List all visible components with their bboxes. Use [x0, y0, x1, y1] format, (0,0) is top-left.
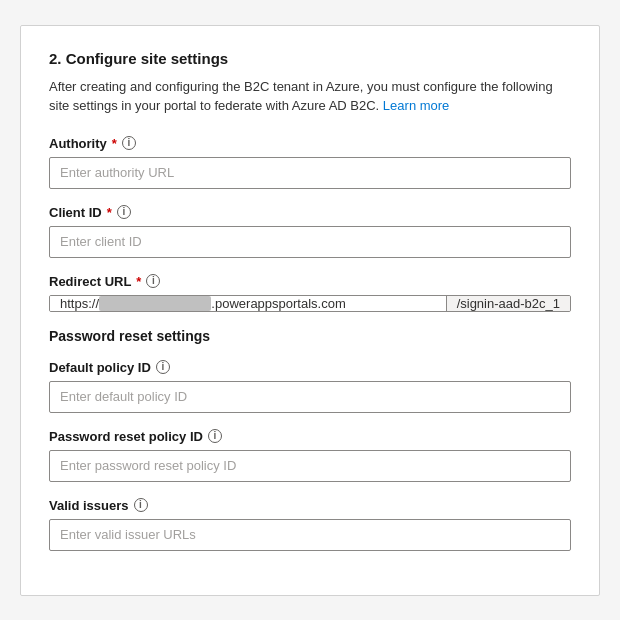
password-reset-policy-input[interactable]	[49, 450, 571, 482]
client-id-info-icon[interactable]: i	[117, 205, 131, 219]
redirect-url-suffix-label: /signin-aad-b2c_1	[446, 296, 570, 311]
password-reset-section-title: Password reset settings	[49, 328, 571, 344]
password-reset-policy-field-group: Password reset policy ID i	[49, 429, 571, 482]
redirect-url-required: *	[136, 274, 141, 289]
client-id-required: *	[107, 205, 112, 220]
default-policy-info-icon[interactable]: i	[156, 360, 170, 374]
default-policy-field-group: Default policy ID i	[49, 360, 571, 413]
password-reset-policy-info-icon[interactable]: i	[208, 429, 222, 443]
client-id-label: Client ID * i	[49, 205, 571, 220]
password-reset-policy-label: Password reset policy ID i	[49, 429, 571, 444]
authority-field-group: Authority * i	[49, 136, 571, 189]
default-policy-input[interactable]	[49, 381, 571, 413]
configure-site-settings-card: 2. Configure site settings After creatin…	[20, 25, 600, 596]
valid-issuers-field-group: Valid issuers i	[49, 498, 571, 551]
redirect-url-display: https://███████████.powerappsportals.com	[50, 296, 446, 311]
authority-info-icon[interactable]: i	[122, 136, 136, 150]
section-title: 2. Configure site settings	[49, 50, 571, 67]
redirect-url-wrapper: https://███████████.powerappsportals.com…	[49, 295, 571, 312]
authority-required: *	[112, 136, 117, 151]
redirect-url-label: Redirect URL * i	[49, 274, 571, 289]
redirect-url-field-group: Redirect URL * i https://███████████.pow…	[49, 274, 571, 312]
valid-issuers-input[interactable]	[49, 519, 571, 551]
client-id-field-group: Client ID * i	[49, 205, 571, 258]
valid-issuers-info-icon[interactable]: i	[134, 498, 148, 512]
learn-more-link[interactable]: Learn more	[383, 98, 449, 113]
description-text: After creating and configuring the B2C t…	[49, 77, 571, 116]
default-policy-label: Default policy ID i	[49, 360, 571, 375]
client-id-input[interactable]	[49, 226, 571, 258]
authority-label: Authority * i	[49, 136, 571, 151]
redirect-url-info-icon[interactable]: i	[146, 274, 160, 288]
valid-issuers-label: Valid issuers i	[49, 498, 571, 513]
authority-input[interactable]	[49, 157, 571, 189]
